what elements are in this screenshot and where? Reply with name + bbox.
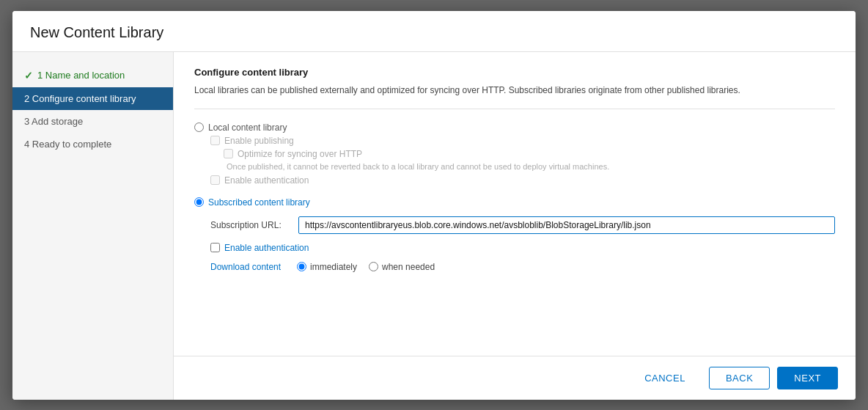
local-sub-options: Enable publishing Optimize for syncing o… (210, 136, 835, 186)
enable-auth-sub-label[interactable]: Enable authentication (210, 243, 835, 253)
download-immediately-radio[interactable] (297, 262, 306, 271)
section-title: Configure content library (194, 67, 835, 78)
download-when-needed-option[interactable]: when needed (369, 262, 435, 272)
subscribed-library-radio[interactable] (194, 197, 204, 207)
subscription-url-row: Subscription URL: (210, 216, 835, 234)
optimize-http-option: Optimize for syncing over HTTP (224, 149, 835, 159)
dialog-footer: CANCEL BACK NEXT (174, 356, 856, 400)
back-button[interactable]: BACK (709, 367, 770, 389)
cancel-button[interactable]: CANCEL (628, 367, 702, 389)
enable-auth-local-option: Enable authentication (210, 175, 835, 186)
sidebar-item-step4[interactable]: 4 Ready to complete (12, 133, 173, 155)
sidebar-item-step3[interactable]: 3 Add storage (12, 110, 173, 133)
enable-auth-sub-label-text: Enable authentication (224, 243, 309, 253)
once-published-note: Once published, it cannot be reverted ba… (227, 162, 835, 171)
dialog-title: New Content Library (12, 11, 856, 52)
subscription-url-input[interactable] (298, 216, 835, 234)
local-library-radio-label[interactable]: Local content library (194, 122, 835, 133)
sidebar-step4-label: 4 Ready to complete (24, 139, 111, 150)
optimize-http-label: Optimize for syncing over HTTP (238, 149, 362, 159)
sidebar-step1-label: 1 Name and location (37, 70, 125, 81)
subscribed-library-section: Subscribed content library Subscription … (194, 197, 835, 272)
new-content-library-dialog: New Content Library ✓ 1 Name and locatio… (12, 11, 856, 400)
optimize-http-checkbox[interactable] (224, 149, 233, 158)
sidebar-step2-label: 2 Configure content library (24, 93, 136, 104)
dialog-body: ✓ 1 Name and location 2 Configure conten… (12, 52, 856, 400)
subscribed-library-radio-label[interactable]: Subscribed content library (194, 197, 835, 208)
local-library-radio[interactable] (194, 122, 204, 132)
sidebar-item-step2[interactable]: 2 Configure content library (12, 87, 173, 110)
enable-auth-local-label: Enable authentication (224, 175, 309, 186)
enable-auth-local-checkbox[interactable] (210, 175, 220, 185)
local-library-option-group: Local content library Enable publishing … (194, 122, 835, 186)
download-content-row: Download content immediately when needed (210, 262, 835, 272)
enable-publishing-label: Enable publishing (224, 136, 294, 146)
section-desc-text: Local libraries can be published externa… (194, 85, 740, 95)
sidebar-step3-label: 3 Add storage (24, 116, 83, 127)
enable-publishing-option: Enable publishing (210, 136, 835, 146)
subscribed-library-label-text: Subscribed content library (208, 197, 310, 208)
enable-auth-sub-checkbox[interactable] (210, 243, 220, 252)
section-divider (194, 109, 835, 109)
next-button[interactable]: NEXT (777, 367, 838, 389)
section-description: Local libraries can be published externa… (194, 84, 835, 97)
checkmark-icon: ✓ (24, 70, 33, 81)
download-content-label: Download content (210, 262, 291, 272)
enable-publishing-checkbox[interactable] (210, 136, 220, 145)
content-area: Configure content library Local librarie… (174, 52, 856, 356)
sidebar-item-step1[interactable]: ✓ 1 Name and location (12, 64, 173, 87)
enable-auth-sub-row: Enable authentication (210, 243, 835, 253)
download-options-group: immediately when needed (297, 262, 435, 272)
local-library-label-text: Local content library (208, 122, 287, 133)
download-when-needed-label: when needed (382, 262, 435, 272)
download-immediately-option[interactable]: immediately (297, 262, 357, 272)
download-immediately-label: immediately (310, 262, 357, 272)
download-when-needed-radio[interactable] (369, 262, 378, 271)
sidebar: ✓ 1 Name and location 2 Configure conten… (12, 52, 174, 400)
subscription-url-label: Subscription URL: (210, 220, 291, 230)
main-content: Configure content library Local librarie… (174, 52, 856, 400)
